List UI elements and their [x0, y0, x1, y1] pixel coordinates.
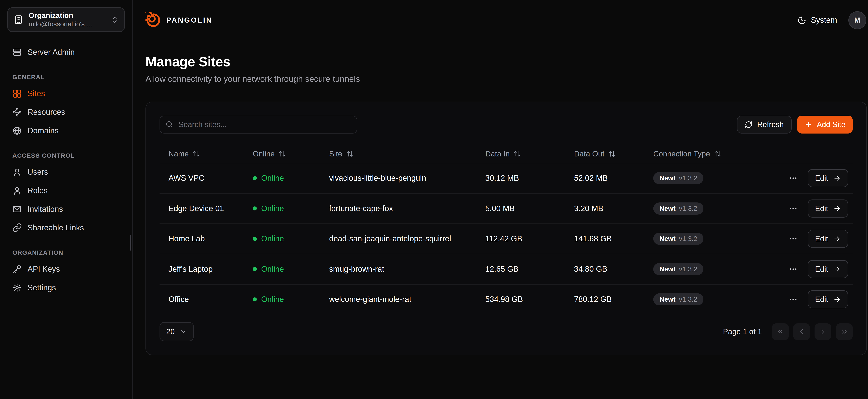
column-label: Site [329, 150, 342, 158]
online-status-dot [253, 298, 257, 301]
sort-icon [514, 150, 521, 157]
main-area: PANGOLIN System M Manage Sites Allow con… [133, 0, 868, 399]
cell-data-out: 34.80 GB [565, 265, 644, 274]
sidebar-item-label: Roles [28, 186, 48, 195]
connection-type-badge: Newt v1.3.2 [653, 233, 704, 245]
online-status-label: Online [261, 174, 284, 183]
cell-site: vivacious-little-blue-penguin [320, 174, 476, 183]
link-icon [12, 223, 22, 233]
sidebar-item-users[interactable]: Users [7, 163, 125, 181]
page-subtitle: Allow connectivity to your network throu… [146, 74, 867, 84]
sidebar-item-domains[interactable]: Domains [7, 122, 125, 140]
column-header-site[interactable]: Site [320, 150, 476, 158]
sidebar-item-settings[interactable]: Settings [7, 279, 125, 297]
building-icon [13, 14, 24, 25]
column-label: Data Out [574, 150, 604, 158]
sidebar-item-server-admin[interactable]: Server Admin [7, 43, 125, 61]
cell-data-in: 112.42 GB [476, 234, 565, 243]
globe-icon [12, 126, 22, 135]
pangolin-logo-icon [146, 12, 161, 28]
row-menu-button[interactable] [786, 293, 800, 306]
sidebar-item-api-keys[interactable]: API Keys [7, 260, 125, 278]
add-site-button[interactable]: Add Site [797, 116, 853, 134]
brand[interactable]: PANGOLIN [146, 12, 213, 28]
page-size-value: 20 [166, 327, 175, 336]
cell-connection-type: Newt v1.3.2 [644, 263, 785, 275]
online-status-label: Online [261, 265, 284, 274]
cell-status: Online [244, 204, 320, 213]
sort-icon [346, 150, 353, 157]
edit-button[interactable]: Edit [808, 169, 848, 187]
sidebar-item-shareable-links[interactable]: Shareable Links [7, 219, 125, 237]
chevron-right-icon [819, 328, 827, 335]
online-status-dot [253, 207, 257, 210]
search-wrap [159, 116, 357, 134]
next-page-button[interactable] [814, 323, 831, 340]
pagination-controls: Page 1 of 1 [723, 323, 853, 340]
first-page-button[interactable] [772, 323, 789, 340]
column-header-online[interactable]: Online [244, 150, 320, 158]
brand-wordmark: PANGOLIN [166, 16, 213, 24]
column-header-name[interactable]: Name [159, 150, 244, 158]
chevrons-left-icon [776, 328, 784, 335]
chevrons-right-icon [840, 328, 848, 335]
row-menu-button[interactable] [786, 172, 800, 185]
sites-table: Name Online Site Data In [159, 145, 853, 314]
row-menu-button[interactable] [786, 202, 800, 215]
sidebar-item-label: API Keys [28, 265, 60, 274]
cell-name: Edge Device 01 [159, 204, 244, 213]
connection-version: v1.3.2 [679, 235, 698, 243]
org-selector[interactable]: Organization milo@fossorial.io's ... [7, 7, 125, 32]
edit-label: Edit [815, 204, 828, 213]
cell-actions: Edit [785, 169, 853, 187]
cell-data-out: 3.20 MB [565, 204, 644, 213]
cell-actions: Edit [785, 260, 853, 278]
sort-icon [193, 150, 200, 157]
page-size-select[interactable]: 20 [159, 322, 194, 341]
column-label: Connection Type [653, 150, 710, 158]
chevron-left-icon [798, 328, 806, 335]
online-status-label: Online [261, 204, 284, 213]
sidebar-item-label: Settings [28, 283, 56, 292]
edit-button[interactable]: Edit [808, 200, 848, 218]
cell-site: smug-brown-rat [320, 265, 476, 274]
sidebar-item-roles[interactable]: Roles [7, 182, 125, 200]
column-header-data-out[interactable]: Data Out [565, 150, 644, 158]
edit-button[interactable]: Edit [808, 260, 848, 278]
cell-connection-type: Newt v1.3.2 [644, 233, 785, 245]
table-row: Office Online welcome-giant-mole-rat 534… [159, 284, 853, 314]
row-menu-button[interactable] [786, 263, 800, 276]
edit-button[interactable]: Edit [808, 230, 848, 248]
arrow-right-icon [833, 235, 841, 243]
sidebar-item-sites[interactable]: Sites [7, 85, 125, 103]
sidebar-scrollbar-thumb[interactable] [130, 235, 132, 251]
refresh-button[interactable]: Refresh [737, 116, 792, 134]
sidebar-item-resources[interactable]: Resources [7, 103, 125, 121]
cell-status: Online [244, 295, 320, 304]
card-footer: 20 Page 1 of 1 [159, 322, 853, 341]
sidebar-item-invitations[interactable]: Invitations [7, 200, 125, 218]
ellipsis-icon [789, 295, 798, 304]
cell-name: Home Lab [159, 234, 244, 243]
edit-label: Edit [815, 235, 828, 243]
last-page-button[interactable] [836, 323, 853, 340]
avatar[interactable]: M [848, 11, 866, 29]
connection-name: Newt [659, 174, 676, 182]
ellipsis-icon [789, 265, 798, 274]
previous-page-button[interactable] [793, 323, 810, 340]
edit-button[interactable]: Edit [808, 290, 848, 308]
online-status-dot [253, 267, 257, 271]
sidebar: Organization milo@fossorial.io's ... Ser… [0, 0, 133, 399]
row-menu-button[interactable] [786, 232, 800, 246]
search-input[interactable] [159, 116, 357, 134]
connection-name: Newt [659, 235, 676, 243]
column-header-connection-type[interactable]: Connection Type [644, 150, 785, 158]
ellipsis-icon [789, 234, 798, 243]
connection-version: v1.3.2 [679, 174, 698, 182]
connection-version: v1.3.2 [679, 296, 698, 303]
column-header-data-in[interactable]: Data In [476, 150, 565, 158]
theme-toggle[interactable]: System [797, 16, 837, 25]
sidebar-item-label: Resources [28, 108, 65, 117]
cell-name: Jeff's Laptop [159, 265, 244, 274]
app-root: Organization milo@fossorial.io's ... Ser… [0, 0, 868, 399]
